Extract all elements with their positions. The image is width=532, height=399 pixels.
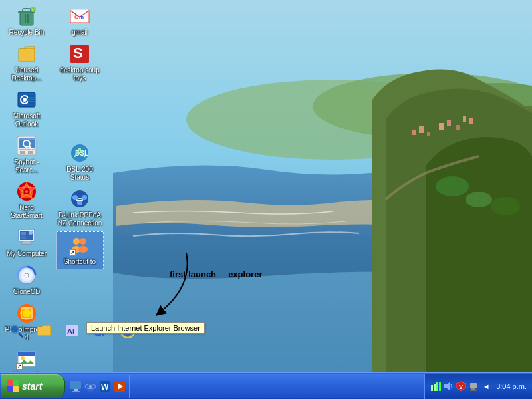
svg-point-79 xyxy=(80,238,86,245)
desktop-soup-image: S xyxy=(69,43,90,65)
annotation-first-launch: first launch explorer xyxy=(170,269,262,279)
my-computer-icon[interactable]: My Computer xyxy=(3,224,51,261)
windows-logo xyxy=(7,380,19,392)
tooltip-text: Launch Internet Explorer Browser xyxy=(91,324,200,332)
start-label: start xyxy=(22,381,42,392)
svg-text:V: V xyxy=(459,384,463,390)
spybot-image xyxy=(16,135,37,156)
desktop-soup-icon[interactable]: S desktop soup toys xyxy=(56,41,104,85)
my-computer-label: My Computer xyxy=(7,250,47,258)
svg-rect-114 xyxy=(470,390,477,391)
system-tray: V ◄ 3:04 p.m. xyxy=(424,374,532,399)
svg-point-47 xyxy=(29,231,33,235)
svg-rect-4 xyxy=(412,130,416,135)
dsl-status-icon[interactable]: DSL DSL-200 Status xyxy=(56,140,104,184)
flag-green xyxy=(13,380,19,386)
svg-point-83 xyxy=(11,326,18,332)
svg-text:↑: ↑ xyxy=(31,8,33,12)
svg-point-73 xyxy=(82,195,87,200)
ql-ie-icon[interactable] xyxy=(84,380,97,393)
spybot-label: Spybot - Searc... xyxy=(4,158,49,174)
taskbar-icon-ai[interactable]: AI xyxy=(59,320,85,343)
taskbar-folder-image xyxy=(36,323,52,338)
quick-launch-bar: W xyxy=(66,375,130,398)
ms-outlook-image xyxy=(16,89,37,110)
svg-line-84 xyxy=(19,333,23,337)
svg-rect-11 xyxy=(469,118,473,124)
svg-rect-108 xyxy=(439,382,441,391)
ms-outlook-icon[interactable]: Microsoft Outlook xyxy=(3,86,51,131)
flag-blue xyxy=(7,386,13,392)
svg-marker-109 xyxy=(444,382,450,390)
ql-media-icon[interactable] xyxy=(113,380,126,393)
nero-startsmart-icon[interactable]: Nero StartSmart xyxy=(3,178,51,223)
svg-rect-6 xyxy=(427,132,430,136)
svg-point-14 xyxy=(491,197,520,215)
svg-rect-45 xyxy=(23,241,30,244)
svg-rect-49 xyxy=(21,236,26,239)
recycle-bin-icon[interactable]: ↑ Recycle Bin xyxy=(3,3,51,39)
svg-rect-8 xyxy=(447,120,451,126)
svg-rect-36 xyxy=(28,151,33,154)
tray-sound-icon[interactable] xyxy=(443,381,454,392)
svg-point-78 xyxy=(73,238,80,245)
annotation-text1: first launch xyxy=(170,269,216,279)
ms-picture-image: ↗ xyxy=(16,348,37,370)
flag-red xyxy=(7,380,13,386)
ql-desktop-icon[interactable] xyxy=(69,380,82,393)
taskbar-middle xyxy=(130,375,424,398)
desktop: first launch explorer ↑ Recycle Bin xyxy=(0,0,532,372)
annotation-text2: explorer xyxy=(228,269,262,279)
svg-text:m: m xyxy=(79,14,84,20)
tray-antivirus-icon[interactable]: V xyxy=(456,381,466,392)
shortcut-people-icon[interactable]: ↗ Shortcut to xyxy=(56,231,104,269)
start-button[interactable]: start xyxy=(1,374,65,398)
tray-arrow-icon[interactable]: ◄ xyxy=(481,381,491,392)
shortcut-arrow-3: ↗ xyxy=(69,249,76,256)
shortcut-people-image: ↗ xyxy=(69,235,90,256)
system-clock: 3:04 p.m. xyxy=(496,382,527,390)
svg-line-77 xyxy=(80,200,83,201)
ms-picture-icon[interactable]: ↗ Microsoft Picture It! P... xyxy=(3,346,51,372)
svg-rect-97 xyxy=(72,391,80,392)
svg-point-72 xyxy=(72,195,78,200)
taskbar: start W xyxy=(0,372,532,399)
gmail-icon[interactable]: G m gmail xyxy=(56,3,104,39)
ie-tooltip: Launch Internet Explorer Browser xyxy=(86,322,205,334)
clonecd-image xyxy=(16,265,37,286)
dsl-status-label: DSL-200 Status xyxy=(57,166,102,182)
spybot-icon[interactable]: Spybot - Searc... xyxy=(3,132,51,177)
svg-rect-9 xyxy=(456,125,460,130)
dlink-pppoa-icon[interactable]: D-Link PPPoA NZ Connection xyxy=(56,186,104,230)
tray-network-icon[interactable] xyxy=(430,381,441,392)
dlink-image xyxy=(69,188,90,209)
unused-desktop-label: Unused Desktop... xyxy=(4,66,49,82)
svg-text:W: W xyxy=(101,382,109,392)
taskbar-icon-search[interactable] xyxy=(3,320,29,343)
clonecd-label: CloneCD xyxy=(13,288,41,296)
svg-point-3 xyxy=(419,83,532,143)
recycle-bin-label: Recycle Bin xyxy=(9,29,45,37)
clonecd-icon[interactable]: CloneCD xyxy=(3,262,51,299)
clock-display: 3:04 p.m. xyxy=(496,382,527,390)
svg-rect-46 xyxy=(21,244,32,245)
taskbar-search-image xyxy=(8,323,24,338)
svg-rect-7 xyxy=(439,123,444,130)
svg-text:S: S xyxy=(73,45,83,61)
unused-desktop-image xyxy=(16,43,37,65)
tray-power-icon[interactable] xyxy=(468,381,479,392)
svg-rect-35 xyxy=(20,151,25,154)
gmail-label: gmail xyxy=(72,29,88,37)
taskbar-icon-folder[interactable] xyxy=(31,320,57,343)
ql-word-icon[interactable]: W xyxy=(98,380,112,393)
my-computer-image xyxy=(16,227,37,248)
shortcut-arrow: ↗ xyxy=(16,363,23,370)
shortcut-people-label: Shortcut to xyxy=(64,258,96,266)
svg-point-42 xyxy=(25,190,28,193)
svg-rect-48 xyxy=(21,232,26,235)
unused-desktop-icon[interactable]: Unused Desktop... xyxy=(3,41,51,85)
svg-rect-106 xyxy=(434,384,436,391)
dlink-label: D-Link PPPoA NZ Connection xyxy=(57,211,102,227)
nero-image xyxy=(16,181,37,202)
flag-yellow xyxy=(13,386,19,392)
